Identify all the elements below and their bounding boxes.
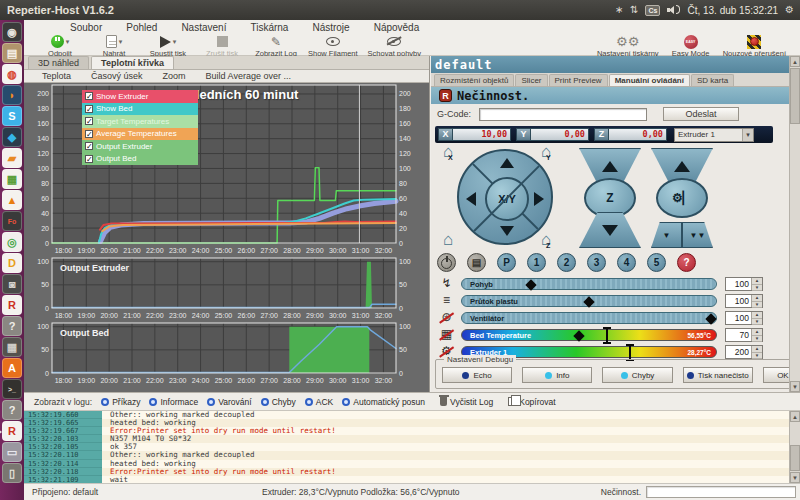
chevron-down-icon[interactable]: ▾	[173, 38, 177, 46]
clear-log-button[interactable]: Vyčistit Log	[440, 397, 493, 407]
home-all-icon[interactable]: ⌂	[443, 232, 453, 248]
slider-handle[interactable]	[705, 313, 716, 324]
disk-utility-icon[interactable]: ▭	[2, 442, 22, 462]
menu-pohled[interactable]: Pohled	[116, 22, 167, 33]
speed-slider[interactable]: Pohyb	[461, 278, 717, 290]
checkbox-icon[interactable]: ✓	[85, 155, 93, 163]
tab-object-placement[interactable]: Rozmístění objektů	[434, 74, 514, 86]
show-log-button[interactable]: ✎ Zobrazit Log	[254, 35, 298, 58]
scroll-up-icon[interactable]: ▲	[790, 411, 800, 422]
home-y-icon[interactable]: ⌂Y	[541, 144, 551, 160]
menu-tiskárna[interactable]: Tiskárna	[240, 22, 298, 33]
speed-value-spinner[interactable]: 100▲▼	[725, 277, 763, 291]
slider-handle[interactable]	[573, 330, 584, 341]
checkbox-icon[interactable]: ✓	[85, 105, 93, 113]
xy-center-button[interactable]: X/Y	[485, 177, 529, 221]
preset-4-button[interactable]: 4	[617, 253, 636, 272]
chevron-down-icon[interactable]: ▾	[742, 129, 753, 141]
log-filter-ack[interactable]: ACK	[305, 397, 333, 407]
target-marker[interactable]	[606, 327, 609, 344]
kodi-icon[interactable]: ◆	[2, 127, 22, 147]
scroll-up-icon[interactable]: ▲	[790, 56, 800, 67]
help-button[interactable]: ?	[677, 253, 696, 272]
legend-item[interactable]: ✓Show Extruder	[82, 90, 198, 103]
unknown-app-1-icon[interactable]: ?	[2, 316, 22, 336]
load-button[interactable]: ▾ Nahrát	[92, 35, 136, 58]
extrude-fast-button[interactable]: ▼▼	[682, 222, 713, 248]
session-gear-icon[interactable]: ⚙	[785, 5, 794, 15]
park-button[interactable]: P	[497, 253, 516, 272]
scroll-down-icon[interactable]: ▼	[790, 381, 800, 392]
network-icon[interactable]: ⇅	[630, 5, 638, 15]
emergency-stop-button[interactable]: Nouzové přerušení	[723, 35, 786, 58]
preset-5-button[interactable]: 5	[647, 253, 666, 272]
menu-nástroje[interactable]: Nástroje	[302, 22, 359, 33]
jog-x-minus-arrow[interactable]	[466, 192, 476, 206]
trash-icon[interactable]: ▯	[2, 463, 22, 483]
xy-jog-pad[interactable]: X/Y	[457, 149, 553, 245]
checkbox-icon[interactable]: ✓	[85, 117, 93, 125]
legend-item[interactable]: ✓Average Temperatures	[82, 128, 198, 141]
jog-y-minus-arrow[interactable]	[500, 226, 514, 236]
chevron-down-icon[interactable]: ▾	[66, 38, 70, 46]
log-filter-informace[interactable]: Informace	[149, 397, 198, 407]
graph-menu-item[interactable]: Build Average over ...	[198, 71, 299, 81]
dash-icon[interactable]: ◉	[2, 22, 22, 42]
fan-value-spinner[interactable]: 100▲▼	[725, 311, 763, 325]
debug-echo-button[interactable]: Echo	[442, 367, 512, 383]
panel-scrollbar[interactable]: ▲ ▼	[789, 56, 800, 392]
preset-1-button[interactable]: 1	[527, 253, 546, 272]
show-filament-button[interactable]: Show Filament	[308, 35, 358, 58]
home-z-icon[interactable]: ⌂Z	[541, 232, 551, 248]
jog-x-plus-arrow[interactable]	[534, 192, 544, 206]
log-scrollbar[interactable]: ▲ ▼	[789, 411, 800, 483]
tab-3d-view[interactable]: 3D náhled	[28, 56, 89, 69]
repetier-host-running-icon[interactable]: R	[2, 421, 22, 441]
checkbox-icon[interactable]: ✓	[85, 92, 93, 100]
motor-off-button[interactable]: ▤	[467, 253, 486, 272]
legend-item[interactable]: ✓Target Temperatures	[82, 115, 198, 128]
graph-menu-item[interactable]: Teplota	[34, 71, 79, 81]
volume-icon[interactable]	[667, 5, 680, 15]
firefox-icon[interactable]: ◗	[2, 85, 22, 105]
scroll-down-icon[interactable]: ▼	[790, 472, 800, 483]
send-gcode-button[interactable]: Odeslat	[663, 107, 739, 121]
tab-manual-control[interactable]: Manuální ovládání	[609, 74, 690, 86]
indicator-icon[interactable]: ∗	[615, 5, 623, 15]
checkbox-icon[interactable]: ✓	[85, 142, 93, 150]
z-down-button[interactable]	[579, 212, 641, 248]
checkbox-icon[interactable]: ✓	[85, 130, 93, 138]
terminal-icon[interactable]: >_	[2, 379, 22, 399]
green-ring-app-icon[interactable]: ◎	[2, 232, 22, 252]
bed-temp-slider[interactable]: Bed Temperature56,55°C	[461, 329, 717, 341]
tab-temperature-curve[interactable]: Teplotní křivka	[91, 56, 174, 69]
spinner-arrows[interactable]: ▲▼	[751, 329, 762, 341]
spinner-arrows[interactable]: ▲▼	[751, 312, 762, 324]
debug-info-button[interactable]: Info	[522, 367, 592, 383]
hide-travel-button[interactable]: Schovat pohyby	[368, 35, 421, 58]
extruder-center-button[interactable]: ⚙▏	[656, 178, 708, 218]
unknown-app-2-icon[interactable]: ?	[2, 400, 22, 420]
software-center-icon[interactable]: A	[2, 358, 22, 378]
menu-nastavení[interactable]: Nastavení	[171, 22, 236, 33]
log-filter-automatick-posun[interactable]: Automatický posun	[342, 397, 425, 407]
libreoffice-impress-icon[interactable]: ▰	[2, 148, 22, 168]
tab-sd-card[interactable]: SD karta	[691, 74, 734, 86]
scrollbar-thumb[interactable]	[790, 68, 800, 124]
spinner-arrows[interactable]: ▲▼	[751, 278, 762, 290]
bed-temp-value-spinner[interactable]: 70▲▼	[725, 328, 763, 342]
scrollbar-thumb[interactable]	[790, 445, 800, 471]
printer-settings-button[interactable]: ⚙⚙ Nastavení tiskárny	[597, 35, 659, 58]
vlc-icon[interactable]: ▲	[2, 190, 22, 210]
preset-2-button[interactable]: 2	[557, 253, 576, 272]
menu-soubor[interactable]: Soubor	[60, 22, 112, 33]
extruder-temp-value-spinner[interactable]: 200▲▼	[725, 345, 763, 359]
clock[interactable]: Čt, 13. dub 15:32:21	[687, 5, 778, 16]
power-button[interactable]	[437, 253, 456, 272]
camera-app-icon[interactable]: ◙	[2, 274, 22, 294]
gcode-input[interactable]	[479, 108, 647, 121]
legend-item[interactable]: ✓Output Bed	[82, 153, 198, 166]
spinner-arrows[interactable]: ▲▼	[751, 346, 762, 358]
extruder-select[interactable]: Extruder 1▾	[674, 128, 754, 142]
chrome-icon[interactable]: ◍	[2, 64, 22, 84]
